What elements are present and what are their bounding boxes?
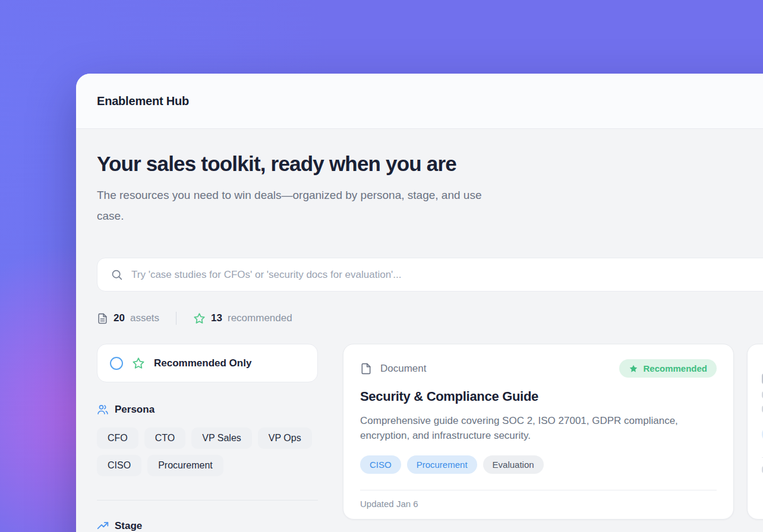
tag-evaluation: Evaluation <box>483 455 544 474</box>
assets-stat: 20 assets <box>97 312 159 325</box>
asset-card-security-compliance[interactable]: Document Recommended Security & Complian… <box>343 344 734 520</box>
desktop-background: { "window": { "title": "Enablement Hub" … <box>0 0 763 532</box>
card-updated-label: Updated Jan 6 <box>360 499 418 509</box>
tag-procurement: Procurement <box>407 455 477 474</box>
star-icon <box>132 357 145 370</box>
content-row: Recommended Only Persona CFO CTO VP Sale… <box>97 344 763 532</box>
filters-sidebar: Recommended Only Persona CFO CTO VP Sale… <box>97 344 318 532</box>
persona-chip-vp-ops[interactable]: VP Ops <box>258 428 312 449</box>
card-top-row: Document Recommended <box>360 359 717 378</box>
window-header: Enablement Hub <box>76 74 763 129</box>
document-icon <box>97 312 108 325</box>
recommended-label: recommended <box>228 312 292 324</box>
asset-card-partial[interactable] <box>747 344 763 520</box>
window-body: Your sales toolkit, ready when you are T… <box>76 129 763 532</box>
card-tags: CISO Procurement Evaluation <box>360 455 717 474</box>
persona-chip-procurement[interactable]: Procurement <box>147 455 223 476</box>
persona-chip-cto[interactable]: CTO <box>144 428 185 449</box>
card-description: Comprehensive guide covering SOC 2, ISO … <box>360 413 693 443</box>
stats-row: 20 assets 13 recommended <box>97 312 763 325</box>
persona-section-label: Persona <box>115 404 155 416</box>
card-title: Security & Compliance Guide <box>360 389 717 404</box>
sidebar-divider <box>97 500 318 501</box>
recommended-stat: 13 recommended <box>193 312 292 325</box>
card-type-label: Document <box>380 363 426 375</box>
trending-up-icon <box>97 520 109 532</box>
stats-divider <box>176 312 176 325</box>
assets-label: assets <box>130 312 159 324</box>
persona-chips: CFO CTO VP Sales VP Ops CISO Procurement <box>97 428 318 476</box>
page-title: Your sales toolkit, ready when you are <box>97 152 763 176</box>
persona-chip-cfo[interactable]: CFO <box>97 428 138 449</box>
recommended-only-toggle[interactable]: Recommended Only <box>97 344 318 382</box>
search-icon <box>111 268 123 281</box>
card-footer: Updated Jan 6 <box>360 490 717 509</box>
card-type: Document <box>360 362 426 376</box>
app-title: Enablement Hub <box>97 94 189 108</box>
stage-section-label: Stage <box>115 520 142 532</box>
search-bar[interactable] <box>97 258 763 292</box>
assets-count: 20 <box>113 312 125 324</box>
search-input[interactable] <box>131 269 763 281</box>
tag-ciso: CISO <box>360 455 401 474</box>
recommended-badge: Recommended <box>619 359 717 378</box>
page-subtitle: The resources you need to win deals—orga… <box>97 185 496 226</box>
users-icon <box>97 404 109 416</box>
recommended-count: 13 <box>211 312 222 324</box>
persona-section-header: Persona <box>97 404 318 416</box>
recommended-badge-label: Recommended <box>643 363 707 373</box>
persona-chip-vp-sales[interactable]: VP Sales <box>191 428 252 449</box>
toggle-circle-icon[interactable] <box>110 357 123 370</box>
stage-section-header: Stage <box>97 520 318 532</box>
asset-cards-grid: Document Recommended Security & Complian… <box>343 344 763 520</box>
recommended-only-label: Recommended Only <box>154 357 251 369</box>
enablement-hub-window: Enablement Hub Your sales toolkit, ready… <box>76 74 763 532</box>
file-icon <box>360 362 372 376</box>
star-icon <box>629 364 638 373</box>
persona-chip-ciso[interactable]: CISO <box>97 455 141 476</box>
star-icon <box>193 312 206 325</box>
